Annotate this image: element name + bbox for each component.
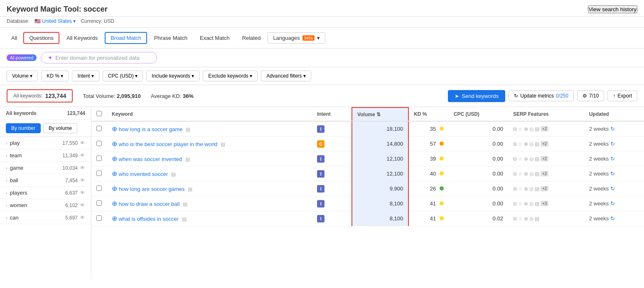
tab-phrase-match[interactable]: Phrase Match [149, 32, 193, 44]
keyword-link[interactable]: when was soccer invented [119, 156, 182, 162]
serp-icon-5[interactable]: ▤ [535, 141, 539, 147]
refresh-row-icon[interactable]: ↻ [610, 126, 615, 132]
view-history-button[interactable]: View search history [588, 5, 637, 13]
serp-icon-4[interactable]: ◎ [529, 141, 533, 147]
add-keyword-icon[interactable]: ⊕ [112, 155, 117, 162]
eye-icon[interactable]: 👁 [80, 152, 85, 159]
serp-icon-1[interactable]: ⧉ [513, 171, 517, 177]
row-checkbox-cell[interactable] [91, 166, 107, 181]
include-keywords-filter[interactable]: Include keywords ▾ [146, 71, 199, 81]
keyword-link[interactable]: how to draw a soccer ball [119, 201, 180, 207]
tab-exact-match[interactable]: Exact Match [194, 32, 235, 44]
serp-icon-5[interactable]: ▤ [535, 126, 539, 132]
add-keyword-icon[interactable]: ⊕ [112, 185, 117, 192]
serp-icon-5[interactable]: ▤ [535, 201, 539, 207]
sidebar-item[interactable]: › game 10,034 👁 [0, 162, 91, 174]
refresh-row-icon[interactable]: ↻ [610, 215, 615, 222]
serp-icon-3[interactable]: ⊕ [524, 201, 528, 207]
tab-related[interactable]: Related [237, 32, 266, 44]
refresh-row-icon[interactable]: ↻ [610, 185, 615, 192]
row-checkbox[interactable] [96, 185, 102, 191]
serp-icon-1[interactable]: ⧉ [513, 216, 517, 222]
row-checkbox-cell[interactable] [91, 137, 107, 151]
serp-icon-3[interactable]: ⊕ [524, 126, 528, 132]
domain-input[interactable]: ✦ Enter domain for personalized data [41, 52, 157, 63]
serp-icon-2[interactable]: ☆ [518, 171, 523, 177]
send-keywords-button[interactable]: ➤ Send keywords [448, 90, 505, 102]
serp-icon-5[interactable]: ▤ [535, 171, 539, 177]
keyword-link[interactable]: who is the best soccer player in the wor… [119, 141, 218, 147]
kd-filter[interactable]: KD % ▾ [41, 71, 69, 81]
add-keyword-icon[interactable]: ⊕ [112, 140, 117, 147]
cpc-filter[interactable]: CPC (USD) ▾ [103, 71, 143, 81]
refresh-row-icon[interactable]: ↻ [610, 141, 615, 147]
tab-all[interactable]: All [7, 32, 22, 44]
serp-icon-4[interactable]: ◎ [529, 216, 533, 222]
sort-by-number[interactable]: By number [6, 123, 41, 133]
sidebar-item[interactable]: › women 6,102 👁 [0, 199, 91, 212]
row-checkbox-cell[interactable] [91, 196, 107, 211]
serp-icon-4[interactable]: ◎ [529, 171, 533, 177]
row-checkbox-cell[interactable] [91, 151, 107, 166]
serp-icon-3[interactable]: ⊕ [524, 171, 528, 177]
sidebar-item[interactable]: › play 17,550 👁 [0, 137, 91, 149]
languages-dropdown[interactable]: Languages beta ▾ [268, 32, 325, 44]
add-keyword-icon[interactable]: ⊕ [112, 200, 117, 207]
intent-filter[interactable]: Intent ▾ [72, 71, 99, 81]
serp-icon-1[interactable]: ⧉ [513, 141, 517, 147]
eye-icon[interactable]: 👁 [80, 215, 85, 221]
add-keyword-icon[interactable]: ⊕ [112, 215, 117, 222]
eye-icon[interactable]: 👁 [80, 165, 85, 171]
serp-icon-2[interactable]: ☆ [518, 216, 523, 222]
volume-column-header[interactable]: Volume ⇅ [352, 107, 408, 121]
serp-icon-4[interactable]: ◎ [529, 126, 533, 132]
refresh-row-icon[interactable]: ↻ [610, 171, 615, 177]
refresh-row-icon[interactable]: ↻ [610, 156, 615, 162]
keyword-link[interactable]: what is offsides in soccer [119, 216, 179, 222]
add-keyword-icon[interactable]: ⊕ [112, 125, 117, 132]
serp-icon-2[interactable]: ☆ [518, 186, 523, 192]
serp-icon-1[interactable]: ⧉ [513, 126, 517, 132]
row-checkbox-cell[interactable] [91, 211, 107, 226]
eye-icon[interactable]: 👁 [80, 140, 85, 146]
serp-icon-5[interactable]: ▤ [535, 186, 539, 192]
serp-icon-3[interactable]: ⊕ [524, 141, 528, 147]
serp-icon-2[interactable]: ☆ [518, 126, 523, 132]
serp-icon-5[interactable]: ▤ [535, 216, 539, 222]
tab-broad-match[interactable]: Broad Match [105, 32, 147, 44]
database-link[interactable]: 🇺🇸 United States ▾ [34, 18, 76, 24]
volume-filter[interactable]: Volume ▾ [7, 71, 38, 81]
eye-icon[interactable]: 👁 [80, 190, 85, 196]
serp-icon-2[interactable]: ☆ [518, 156, 523, 162]
select-all-checkbox[interactable] [96, 111, 102, 116]
row-checkbox[interactable] [96, 200, 102, 206]
serp-icon-2[interactable]: ☆ [518, 201, 523, 207]
add-keyword-icon[interactable]: ⊕ [112, 170, 117, 177]
sidebar-item[interactable]: › ball 7,454 👁 [0, 174, 91, 187]
serp-icon-4[interactable]: ◎ [529, 186, 533, 192]
serp-icon-3[interactable]: ⊕ [524, 216, 528, 222]
tab-all-keywords[interactable]: All Keywords [61, 32, 103, 44]
serp-icon-1[interactable]: ⧉ [513, 186, 517, 192]
update-metrics-button[interactable]: ↻ Update metrics 0/250 [509, 90, 574, 101]
row-checkbox[interactable] [96, 126, 102, 131]
refresh-row-icon[interactable]: ↻ [610, 200, 615, 207]
serp-icon-2[interactable]: ☆ [518, 141, 523, 147]
sidebar-item[interactable]: › team 11,349 👁 [0, 149, 91, 162]
keyword-link[interactable]: who invented soccer [119, 171, 168, 177]
serp-icon-4[interactable]: ◎ [529, 201, 533, 207]
serp-icon-1[interactable]: ⧉ [513, 201, 517, 207]
settings-button[interactable]: ⚙ 7/10 [577, 90, 604, 101]
row-checkbox[interactable] [96, 215, 102, 221]
row-checkbox[interactable] [96, 171, 102, 176]
row-checkbox-cell[interactable] [91, 181, 107, 196]
row-checkbox-cell[interactable] [91, 121, 107, 137]
row-checkbox[interactable] [96, 156, 102, 161]
serp-icon-3[interactable]: ⊕ [524, 156, 528, 162]
eye-icon[interactable]: 👁 [80, 202, 85, 208]
sidebar-item[interactable]: › can 5,697 👁 [0, 212, 91, 224]
sidebar-item[interactable]: › players 6,637 👁 [0, 187, 91, 199]
keyword-link[interactable]: how long is a soccer game [119, 126, 183, 132]
export-button[interactable]: ↑ Export [607, 90, 637, 101]
exclude-keywords-filter[interactable]: Exclude keywords ▾ [203, 71, 258, 81]
